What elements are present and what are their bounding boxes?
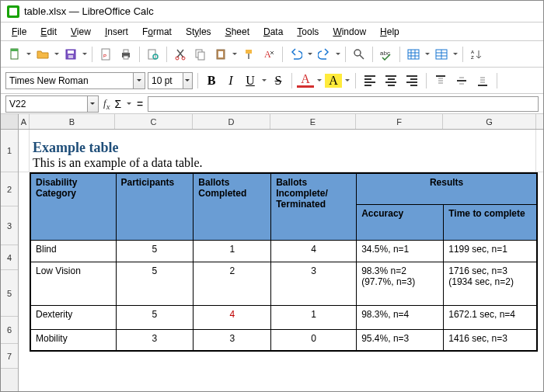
name-box[interactable] — [5, 95, 99, 113]
font-size-combo[interactable] — [148, 72, 193, 89]
italic-button[interactable]: I — [222, 72, 239, 89]
underline-dropdown[interactable] — [261, 71, 267, 90]
menu-sheet[interactable]: Sheet — [219, 25, 256, 39]
sort-button[interactable]: AZ — [467, 45, 486, 64]
row-dropdown[interactable] — [424, 45, 431, 64]
select-all-corner[interactable] — [1, 114, 18, 130]
fx-icon[interactable]: fx — [103, 97, 110, 111]
row-button[interactable] — [404, 45, 423, 64]
open-dropdown[interactable] — [54, 45, 60, 64]
menu-data[interactable]: Data — [257, 25, 289, 39]
menu-view[interactable]: View — [65, 25, 97, 39]
row-header-1[interactable]: 1 — [1, 130, 18, 172]
cell-participants[interactable]: 5 — [116, 305, 194, 329]
cell-completed[interactable]: 1 — [194, 240, 271, 262]
menu-window[interactable]: Window — [326, 25, 372, 39]
highlight-button[interactable]: A — [325, 74, 342, 88]
column-button[interactable] — [432, 45, 451, 64]
font-color-button[interactable]: A — [297, 73, 314, 88]
align-center-button[interactable] — [382, 71, 400, 90]
align-right-button[interactable] — [403, 71, 421, 90]
col-header-B[interactable]: B — [30, 114, 115, 129]
print-button[interactable] — [117, 45, 135, 64]
row-header-7[interactable]: 7 — [1, 344, 18, 369]
undo-dropdown[interactable] — [307, 45, 313, 64]
cell-time[interactable]: 1672.1 sec, n=4 — [444, 305, 537, 329]
menu-styles[interactable]: Styles — [180, 25, 218, 39]
cell-time[interactable]: 1199 sec, n=1 — [444, 240, 537, 262]
find-button[interactable] — [350, 45, 368, 64]
col-header-E[interactable]: E — [270, 114, 356, 129]
spellcheck-button[interactable]: abc — [377, 45, 396, 64]
save-button[interactable] — [61, 45, 80, 64]
align-left-button[interactable] — [361, 71, 379, 90]
font-name-dropdown[interactable] — [133, 73, 145, 88]
row-header-2[interactable]: 2 — [1, 172, 18, 206]
cut-button[interactable] — [171, 45, 190, 64]
menu-file[interactable]: File — [5, 25, 33, 39]
clone-formatting-button[interactable] — [239, 45, 258, 64]
align-bottom-button[interactable] — [473, 71, 492, 90]
open-button[interactable] — [33, 45, 52, 64]
undo-button[interactable] — [287, 45, 305, 64]
row-header-4[interactable]: 4 — [1, 245, 18, 270]
cell-participants[interactable]: 3 — [116, 329, 194, 351]
align-middle-button[interactable] — [452, 71, 471, 90]
cell-participants[interactable]: 5 — [116, 240, 194, 262]
highlight-dropdown[interactable] — [344, 71, 350, 90]
cell-category[interactable]: Blind — [30, 240, 116, 262]
cell-time[interactable]: 1716 sec, n=3 (1934 sec, n=2) — [444, 262, 537, 305]
cell-completed[interactable]: 4 — [194, 305, 271, 329]
menu-insert[interactable]: Insert — [99, 25, 134, 39]
font-name-input[interactable] — [6, 75, 133, 86]
cell-incomplete[interactable]: 4 — [271, 240, 357, 262]
menu-help[interactable]: Help — [374, 25, 406, 39]
strikethrough-button[interactable]: S — [270, 72, 287, 89]
cell-participants[interactable]: 5 — [116, 262, 194, 305]
cell-completed[interactable]: 3 — [194, 329, 271, 351]
cell-incomplete[interactable]: 1 — [271, 305, 357, 329]
paste-dropdown[interactable] — [232, 45, 238, 64]
export-pdf-button[interactable]: P — [96, 45, 115, 64]
col-header-C[interactable]: C — [115, 114, 193, 129]
row-header-6[interactable]: 6 — [1, 317, 18, 344]
font-size-input[interactable] — [148, 75, 183, 86]
cell-accuracy[interactable]: 34.5%, n=1 — [357, 240, 444, 262]
name-box-input[interactable] — [6, 99, 87, 109]
redo-button[interactable] — [315, 45, 333, 64]
clear-formatting-button[interactable]: A — [260, 45, 278, 64]
sum-icon[interactable]: Σ — [114, 98, 121, 110]
menu-edit[interactable]: Edit — [34, 25, 63, 39]
equals-icon[interactable]: = — [137, 98, 143, 110]
save-dropdown[interactable] — [82, 45, 88, 64]
new-button[interactable] — [5, 45, 24, 64]
cell-completed[interactable]: 2 — [194, 262, 271, 305]
cell-accuracy[interactable]: 95.4%, n=3 — [357, 329, 444, 351]
cell-category[interactable]: Mobility — [30, 329, 116, 351]
formula-input[interactable] — [148, 96, 539, 112]
col-header-F[interactable]: F — [356, 114, 443, 129]
name-box-dropdown[interactable] — [87, 96, 98, 112]
row-header-3[interactable]: 3 — [1, 206, 18, 245]
cell-incomplete[interactable]: 0 — [271, 329, 357, 351]
redo-dropdown[interactable] — [335, 45, 341, 64]
column-dropdown[interactable] — [452, 45, 459, 64]
copy-button[interactable] — [191, 45, 210, 64]
bold-button[interactable]: B — [203, 72, 220, 89]
cell-incomplete[interactable]: 3 — [271, 262, 357, 305]
cell-category[interactable]: Dexterity — [30, 305, 116, 329]
new-dropdown[interactable] — [26, 45, 32, 64]
col-header-D[interactable]: D — [193, 114, 270, 129]
align-top-button[interactable] — [431, 71, 450, 90]
font-name-combo[interactable] — [5, 72, 145, 89]
underline-button[interactable]: U — [242, 72, 259, 89]
cell-accuracy[interactable]: 98.3% n=2 (97.7%, n=3) — [357, 262, 444, 305]
row-header-5[interactable]: 5 — [1, 270, 18, 317]
font-size-dropdown[interactable] — [183, 73, 192, 88]
cell-accuracy[interactable]: 98.3%, n=4 — [357, 305, 444, 329]
menu-tools[interactable]: Tools — [291, 25, 325, 39]
paste-button[interactable] — [211, 45, 230, 64]
menu-format[interactable]: Format — [136, 25, 178, 39]
print-preview-button[interactable] — [144, 45, 162, 64]
cell-category[interactable]: Low Vision — [30, 262, 116, 305]
